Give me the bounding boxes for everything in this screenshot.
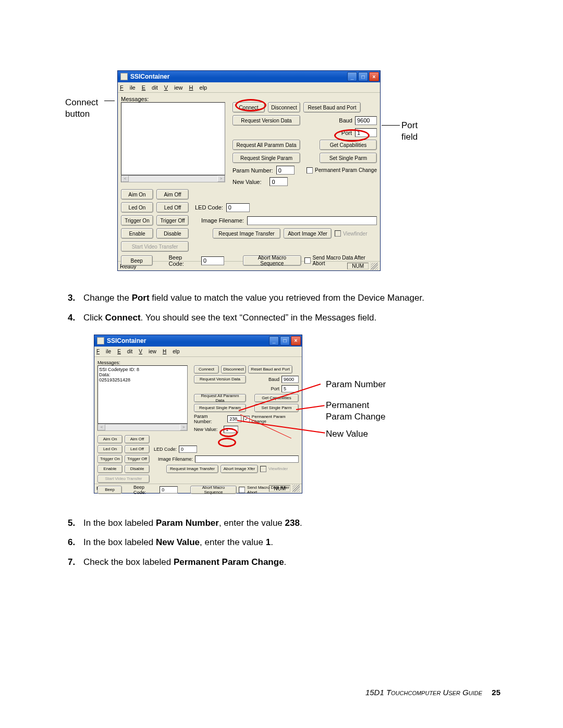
reset-baud-port-button[interactable]: Reset Baud and Port [303, 102, 361, 113]
led-on-button[interactable]: Led On [121, 202, 153, 213]
param-number-input[interactable]: 238 [227, 415, 241, 423]
app-icon [120, 73, 128, 80]
aim-on-button[interactable]: Aim On [97, 435, 123, 443]
window-body: Messages: <> Connect Disconnect Reset Ba… [118, 93, 380, 261]
beep-button[interactable]: Beep [97, 486, 122, 494]
param-number-label: Param Number: [194, 414, 225, 424]
messages-box[interactable]: SSI Codetype ID: 8 Data: 025193251428 [97, 365, 188, 424]
beep-code-input[interactable]: 0 [160, 486, 177, 493]
disconnect-button[interactable]: Disconnect [221, 365, 246, 374]
permanent-param-checkbox[interactable]: ✓Permanent Param Change [243, 414, 299, 424]
get-capabilities-button[interactable]: Get Capabilities [320, 140, 377, 150]
request-single-param-button[interactable]: Request Single Param [194, 404, 246, 412]
menu-edit[interactable]: Edit [142, 84, 158, 91]
aim-on-button[interactable]: Aim On [121, 189, 153, 200]
baud-input[interactable]: 9600 [282, 376, 299, 383]
send-macro-checkbox[interactable]: Send Macro Data After Abort [304, 255, 377, 266]
start-video-button: Start Video Transfer [97, 475, 150, 483]
window-controls: _ □ × [269, 336, 301, 346]
get-capabilities-button[interactable]: Get Capabilities [254, 394, 299, 402]
request-image-button[interactable]: Request Image Transfer [166, 465, 218, 473]
new-value-input[interactable]: 0 [270, 177, 288, 186]
connect-button[interactable]: Connect [194, 365, 219, 374]
abort-macro-button[interactable]: Abort Macro Sequence [190, 486, 237, 494]
image-filename-input[interactable] [247, 216, 377, 225]
beep-code-label: Beep Code: [133, 485, 157, 495]
set-single-parm-button[interactable]: Set Single Parm [254, 404, 299, 412]
maximize-button[interactable]: □ [280, 336, 290, 346]
menu-help[interactable]: Help [163, 349, 180, 354]
image-filename-input[interactable] [195, 455, 299, 463]
minimize-button[interactable]: _ [269, 336, 279, 346]
callout-connect-button: Connect button [65, 97, 98, 120]
led-code-input[interactable]: 0 [179, 446, 197, 453]
callout-connect-line [104, 101, 115, 101]
led-off-button[interactable]: Led Off [156, 202, 189, 213]
scrollbar-horizontal[interactable]: <> [97, 424, 188, 431]
send-macro-checkbox[interactable]: Send Macro Data After Abort [239, 485, 299, 495]
request-all-param-button[interactable]: Request All Paramm Data [232, 140, 300, 150]
request-version-button[interactable]: Request Version Data [194, 375, 246, 384]
port-input[interactable]: 1 [355, 128, 377, 137]
led-code-input[interactable]: 0 [226, 203, 250, 212]
led-on-button[interactable]: Led On [97, 445, 123, 453]
step-6: 6.In the box labeled New Value, enter th… [68, 536, 500, 549]
abort-image-button[interactable]: Abort Image Xfer [221, 465, 258, 473]
close-button[interactable]: × [369, 72, 379, 81]
close-button[interactable]: × [291, 336, 301, 346]
trigger-off-button[interactable]: Trigger Off [125, 455, 150, 463]
menu-help[interactable]: Help [189, 84, 207, 91]
permanent-param-checkbox[interactable]: Permanent Param Change [307, 167, 377, 174]
enable-button[interactable]: Enable [97, 465, 123, 473]
connect-button[interactable]: Connect [232, 102, 265, 113]
maximize-button[interactable]: □ [358, 72, 368, 81]
window-controls: _ □ × [347, 72, 379, 81]
callout-param-number: Param Number [326, 379, 386, 390]
minimize-button[interactable]: _ [347, 72, 357, 81]
disconnect-button[interactable]: Disconnect [268, 102, 300, 113]
scrollbar-horizontal[interactable]: <> [121, 175, 225, 182]
trigger-off-button[interactable]: Trigger Off [156, 215, 189, 226]
messages-label: Messages: [121, 96, 377, 102]
request-image-button[interactable]: Request Image Transfer [213, 228, 280, 239]
baud-label: Baud [268, 377, 279, 382]
request-version-button[interactable]: Request Version Data [232, 115, 300, 126]
baud-input[interactable]: 9600 [355, 116, 377, 125]
menubar: File Edit View Help [118, 82, 380, 93]
port-label: Port [341, 130, 352, 136]
set-single-parm-button[interactable]: Set Single Parm [320, 153, 377, 163]
messages-label: Messages: [97, 360, 299, 365]
callout-port-line [382, 125, 400, 126]
beep-button[interactable]: Beep [121, 255, 153, 266]
new-value-label: New Value: [232, 179, 261, 185]
param-number-input[interactable]: 0 [276, 166, 295, 175]
menu-file[interactable]: File [120, 84, 136, 91]
figure-2-wrap: Param Number Permanent Param Change New … [94, 335, 500, 501]
aim-off-button[interactable]: Aim Off [156, 189, 189, 200]
reset-baud-port-button[interactable]: Reset Baud and Port [248, 365, 292, 374]
request-single-param-button[interactable]: Request Single Param [232, 153, 300, 163]
aim-off-button[interactable]: Aim Off [125, 435, 150, 443]
led-off-button[interactable]: Led Off [125, 445, 150, 453]
abort-image-button[interactable]: Abort Image Xfer [284, 228, 332, 239]
image-filename-label: Image Filename: [201, 217, 244, 224]
disable-button[interactable]: Disable [156, 228, 189, 239]
disable-button[interactable]: Disable [125, 465, 150, 473]
abort-macro-button[interactable]: Abort Macro Sequence [243, 255, 301, 266]
menu-edit[interactable]: Edit [117, 349, 132, 354]
port-input[interactable]: 5 [282, 385, 299, 392]
menu-view[interactable]: View [139, 349, 156, 354]
messages-box[interactable] [121, 102, 225, 175]
port-label: Port [271, 386, 279, 391]
beep-code-label: Beep Code: [169, 254, 198, 267]
titlebar: SSIContainer _ □ × [118, 71, 380, 82]
enable-button[interactable]: Enable [121, 228, 153, 239]
request-all-param-button[interactable]: Request All Paramm Data [194, 394, 246, 402]
menu-file[interactable]: File [96, 349, 111, 354]
page-number: 25 [492, 688, 500, 697]
beep-code-input[interactable]: 0 [201, 256, 224, 265]
trigger-on-button[interactable]: Trigger On [97, 455, 123, 463]
new-value-input[interactable]: 1 [224, 426, 238, 433]
menu-view[interactable]: View [164, 84, 183, 91]
trigger-on-button[interactable]: Trigger On [121, 215, 153, 226]
